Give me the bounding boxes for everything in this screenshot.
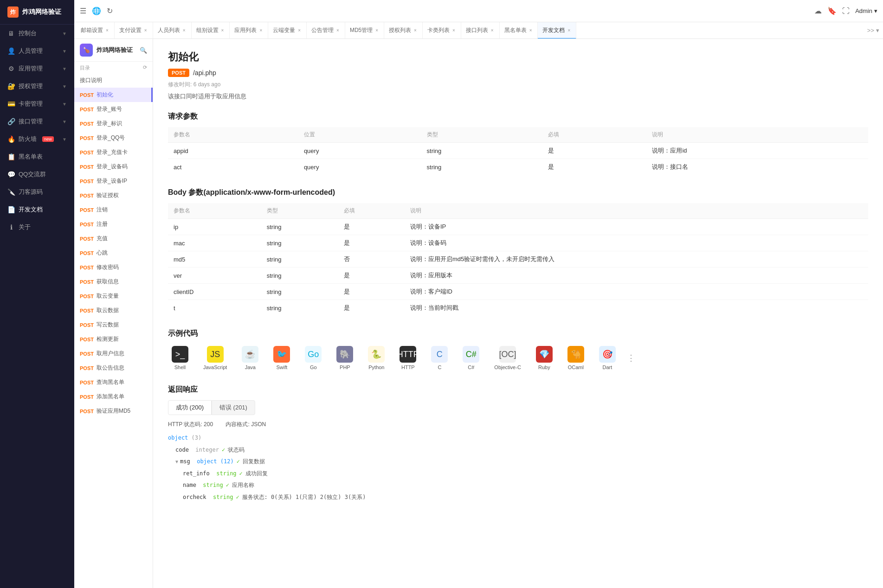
param-type: string — [261, 235, 338, 251]
left-nav-item-取公告信息[interactable]: POST 取公告信息 — [74, 361, 153, 375]
sidebar-item-blacklist[interactable]: 📋 黑名单表 — [0, 148, 74, 166]
expand-icon[interactable]: ⛶ — [842, 7, 850, 15]
sidebar-item-app-mgmt[interactable]: ⚙ 应用管理 ▼ — [0, 60, 74, 77]
nav-label: 修改密码 — [97, 263, 119, 271]
left-nav-item-登录_标识[interactable]: POST 登录_标识 — [74, 116, 153, 131]
tab-组别设置[interactable]: 组别设置× — [192, 22, 230, 38]
code-lang-shell[interactable]: >_ Shell — [168, 344, 192, 372]
left-nav-item-查询黑名单[interactable]: POST 查询黑名单 — [74, 375, 153, 390]
left-nav-item-检测更新[interactable]: POST 检测更新 — [74, 332, 153, 346]
tabs-dropdown[interactable]: ▾ — [876, 27, 879, 34]
code-lang-dart[interactable]: 🎯 Dart — [595, 344, 619, 372]
tab-close[interactable]: × — [182, 27, 187, 34]
code-lang-icon-python: 🐍 — [368, 346, 385, 363]
menu-icon[interactable]: ☰ — [80, 6, 86, 15]
left-nav-item-取用户信息[interactable]: POST 取用户信息 — [74, 346, 153, 361]
tab-支付设置[interactable]: 支付设置× — [115, 22, 153, 38]
tab-close[interactable]: × — [529, 27, 533, 34]
tab-close[interactable]: × — [335, 27, 340, 34]
left-nav-item-验证授权[interactable]: POST 验证授权 — [74, 188, 153, 203]
left-nav-item-注销[interactable]: POST 注销 — [74, 203, 153, 217]
tabs-more[interactable]: >> — [867, 27, 874, 34]
tab-人员列表[interactable]: 人员列表× — [153, 22, 192, 38]
sidebar-item-about[interactable]: ℹ 关于 — [0, 218, 74, 236]
code-lang-ocaml[interactable]: 🐪 OCaml — [564, 344, 588, 372]
sidebar-item-card-mgmt[interactable]: 💳 卡密管理 ▼ — [0, 95, 74, 113]
code-lang-swift[interactable]: 🐦 Swift — [270, 344, 294, 372]
sidebar-item-auth-mgmt[interactable]: 🔐 授权管理 ▼ — [0, 77, 74, 95]
tab-close[interactable]: × — [220, 27, 225, 34]
tab-应用列表[interactable]: 应用列表× — [230, 22, 268, 38]
code-lang-php[interactable]: 🐘 PHP — [333, 344, 357, 372]
tab-close[interactable]: × — [374, 27, 379, 34]
tab-close[interactable]: × — [143, 27, 148, 34]
left-nav-item-取云数据[interactable]: POST 取云数据 — [74, 303, 153, 318]
left-nav-item-登录_QQ号[interactable]: POST 登录_QQ号 — [74, 131, 153, 145]
globe-icon[interactable]: 🌐 — [92, 6, 101, 15]
left-nav-item-心跳[interactable]: POST 心跳 — [74, 246, 153, 260]
code-lang-go[interactable]: Go Go — [301, 344, 325, 372]
sidebar-item-dev-docs[interactable]: 📄 开发文档 — [0, 201, 74, 218]
tab-close[interactable]: × — [105, 27, 110, 34]
code-lang-more[interactable]: ⋮ — [627, 353, 635, 363]
sidebar-label-blacklist: 黑名单表 — [19, 153, 43, 161]
tab-MD5管理[interactable]: MD5管理× — [345, 22, 384, 38]
json-desc: 服务状态: 0(关系) 1(只需) 2(独立) 3(关系) — [242, 492, 366, 503]
refresh-icon[interactable]: ↻ — [107, 6, 113, 15]
left-nav-item-初始化[interactable]: POST 初始化 — [74, 88, 153, 102]
cloud-icon[interactable]: ☁ — [814, 6, 822, 15]
sidebar-item-qq-group[interactable]: 💬 QQ交流群 — [0, 166, 74, 183]
code-lang-java[interactable]: ☕ Java — [238, 344, 262, 372]
code-lang-ruby[interactable]: 💎 Ruby — [532, 344, 556, 372]
tab-邮箱设置[interactable]: 邮箱设置× — [76, 22, 115, 38]
tab-云端变量[interactable]: 云端变量× — [268, 22, 307, 38]
code-lang-c[interactable]: C C — [427, 344, 451, 372]
left-nav-item-登录_设备码[interactable]: POST 登录_设备码 — [74, 160, 153, 174]
code-lang-objc[interactable]: [OC] Objective-C — [490, 344, 524, 372]
tab-close[interactable]: × — [490, 27, 495, 34]
tab-接口列表[interactable]: 接口列表× — [461, 22, 500, 38]
tab-黑名单表[interactable]: 黑名单表× — [500, 22, 538, 38]
left-nav-item-获取信息[interactable]: POST 获取信息 — [74, 275, 153, 289]
response-tab-错误 (201)[interactable]: 错误 (201) — [212, 400, 255, 415]
code-lang-javascript[interactable]: JS JavaScript — [200, 344, 231, 372]
left-nav-item-验证应用MD5[interactable]: POST 验证应用MD5 — [74, 404, 153, 418]
tab-close[interactable]: × — [258, 27, 263, 34]
tab-卡类列表[interactable]: 卡类列表× — [423, 22, 461, 38]
tab-close[interactable]: × — [567, 27, 571, 34]
json-expand[interactable]: ▼ — [175, 458, 178, 466]
sidebar-item-firewall[interactable]: 🔥 防火墙 new ▼ — [0, 130, 74, 148]
sidebar-item-knife-src[interactable]: 🔪 刀客源码 — [0, 183, 74, 201]
left-nav-item-写云数据[interactable]: POST 写云数据 — [74, 318, 153, 332]
tab-close[interactable]: × — [451, 27, 456, 34]
code-lang-python[interactable]: 🐍 Python — [364, 344, 388, 372]
left-panel-search-icon[interactable]: 🔍 — [140, 47, 147, 54]
tab-close[interactable]: × — [413, 27, 418, 34]
code-lang-http[interactable]: HTTP HTTP — [396, 344, 420, 372]
tab-close[interactable]: × — [297, 27, 302, 34]
left-nav-item-登录_设备IP[interactable]: POST 登录_设备IP — [74, 174, 153, 188]
tab-公告管理[interactable]: 公告管理× — [307, 22, 345, 38]
left-nav-item-注册[interactable]: POST 注册 — [74, 217, 153, 231]
tab-开发文档[interactable]: 开发文档× — [538, 22, 576, 39]
sidebar-icon-about: ℹ — [7, 224, 15, 231]
response-tab-成功 (200)[interactable]: 成功 (200) — [168, 400, 212, 415]
param-type: string — [261, 219, 338, 235]
sidebar-label-qq-group: QQ交流群 — [19, 170, 46, 179]
code-lang-csharp[interactable]: C# C# — [459, 344, 483, 372]
tab-授权列表[interactable]: 授权列表× — [384, 22, 423, 38]
left-nav-item-取云变量[interactable]: POST 取云变量 — [74, 289, 153, 303]
left-nav-item-登录_账号[interactable]: POST 登录_账号 — [74, 102, 153, 116]
left-nav-item-修改密码[interactable]: POST 修改密码 — [74, 260, 153, 275]
left-nav-item-充值[interactable]: POST 充值 — [74, 231, 153, 246]
left-nav-item-添加黑名单[interactable]: POST 添加黑名单 — [74, 390, 153, 404]
code-lang-label-ruby: Ruby — [538, 364, 550, 370]
bookmark-icon[interactable]: 🔖 — [827, 6, 837, 15]
left-nav-item-接口说明[interactable]: 接口说明 — [74, 73, 153, 88]
left-nav-item-登录_充值卡[interactable]: POST 登录_充值卡 — [74, 145, 153, 160]
left-panel-collapse[interactable]: ⟳ — [143, 64, 147, 70]
sidebar-item-console[interactable]: 🖥 控制台 ▼ — [0, 25, 74, 42]
user-menu[interactable]: Admin ▾ — [855, 7, 877, 14]
sidebar-item-user-mgmt[interactable]: 👤 人员管理 ▼ — [0, 42, 74, 60]
sidebar-item-api-mgmt[interactable]: 🔗 接口管理 ▼ — [0, 113, 74, 130]
